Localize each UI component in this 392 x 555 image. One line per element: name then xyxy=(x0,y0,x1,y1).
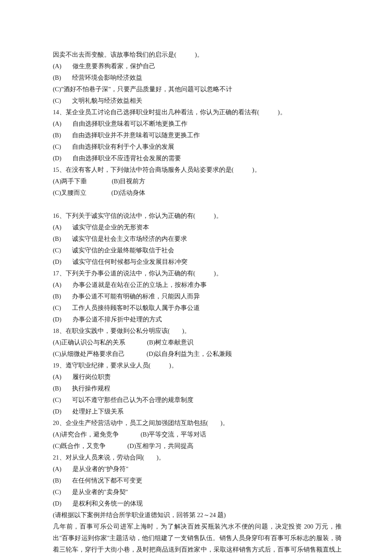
q18-options-row1: (A)正确认识公与私的关系 (B)树立奉献意识 xyxy=(53,337,342,348)
q14-option-c: (C) 自由选择职业有利于个人事业的发展 xyxy=(53,141,342,153)
q16-option-d: (D) 诚实守信任何时候都与企业发展目标冲突 xyxy=(53,256,342,268)
q17-stem: 17、下列关于办事公道的说法中，你认为正确的有( )。 xyxy=(53,268,342,279)
q17-option-d: (D) 办事公道不排斥折中处理的方式 xyxy=(53,314,342,325)
q15-stem: 15、在没有客人时，下列做法中符合商场服务人员站姿要求的是( )。 xyxy=(53,164,342,176)
q15-options-row1: (A)两手下垂 (B)目视前方 xyxy=(53,176,342,187)
case-note: (请根据以下案例并结合所学职业道德知识，回答第 22～24 题) xyxy=(53,509,342,521)
q13-option-b: (B) 经营环境会影响经济效益 xyxy=(53,72,342,84)
q13-option-a: (A) 做生意要养狗看家，保护自己 xyxy=(53,61,342,72)
q19-option-a: (A) 履行岗位职责 xyxy=(53,371,342,383)
q18-options-row2: (C)从细微处严格要求自己 (D)以自身利益为主，公私兼顾 xyxy=(53,348,342,360)
q17-option-b: (B) 办事公道不可能有明确的标准，只能因人而异 xyxy=(53,291,342,302)
q18-stem: 18、在职业实践中，要做到公私分明应该( )。 xyxy=(53,325,342,337)
q20-options-row1: (A)讲究合作，避免竞争 (B)平等交流，平等对话 xyxy=(53,429,342,440)
q14-option-d: (D) 自由选择职业不应违背社会发展的需要 xyxy=(53,153,342,164)
q19-stem: 19、遵守职业纪律，要求从业人员( )。 xyxy=(53,360,342,371)
q16-option-c: (C) 诚实守信的企业最终能够取信于社会 xyxy=(53,245,342,256)
q17-option-c: (C) 工作人员接待顾客时不以貌取人属于办事公道 xyxy=(53,302,342,314)
q21-stem: 21、对从业人员来说，劳动合同( )。 xyxy=(53,452,342,463)
q21-option-a: (A) 是从业者的"护身符" xyxy=(53,463,342,475)
q19-option-c: (C) 可以不遵守那些自己认为不合理的规章制度 xyxy=(53,394,342,406)
q14-option-a: (A) 自由选择职业意味着可以不断地更换工作 xyxy=(53,118,342,130)
q19-option-d: (D) 处理好上下级关系 xyxy=(53,406,342,417)
blank-line xyxy=(53,199,342,210)
q15-options-row2: (C)叉腰而立 (D)活动身体 xyxy=(53,187,342,199)
q13-option-c: (C)"酒好不怕巷子深"，只要产品质量好，其他问题可以忽略不计 xyxy=(53,84,342,95)
document-page: 因卖不出去而变酸。该故事给我们的启示是( )。 (A) 做生意要养狗看家，保护自… xyxy=(0,0,392,555)
q21-option-c: (C) 是从业者的"卖身契" xyxy=(53,486,342,498)
q16-option-a: (A) 诚实守信是企业的无形资本 xyxy=(53,222,342,233)
q13-option-d: (C) 文明礼貌与经济效益相关 xyxy=(53,95,342,107)
q14-option-b: (B) 自由选择职业并不并意味着可以随意更换工作 xyxy=(53,130,342,141)
q17-option-a: (A) 办事公道就是在站在公正的立场上，按标准办事 xyxy=(53,279,342,291)
q16-option-b: (B) 诚实守信是社会主义市场经济的内在要求 xyxy=(53,233,342,245)
q20-stem: 20、企业生产经营活动中，员工之间加强团结互助包括( )。 xyxy=(53,417,342,429)
q13-intro: 因卖不出去而变酸。该故事给我们的启示是( )。 xyxy=(53,49,342,61)
q21-option-d: (D) 是权利和义务统一的体现 xyxy=(53,498,342,509)
case-paragraph: 几年前，百事可乐公司进军上海时，为了解决百姓买瓶装汽水不便的问题，决定投资 20… xyxy=(53,521,342,555)
q19-option-b: (B) 执行操作规程 xyxy=(53,383,342,394)
q16-stem: 16、下列关于诚实守信的说法中，你认为正确的有( )。 xyxy=(53,210,342,222)
q21-option-b: (B) 在任何情况下都不可变更 xyxy=(53,475,342,486)
q14-stem: 14、某企业员工讨论自己选择职业时提出几种看法，你认为正确的看法有( )。 xyxy=(53,107,342,118)
q20-options-row2: (C)既合作，又竞争 (D)互相学习，共同提高 xyxy=(53,440,342,452)
